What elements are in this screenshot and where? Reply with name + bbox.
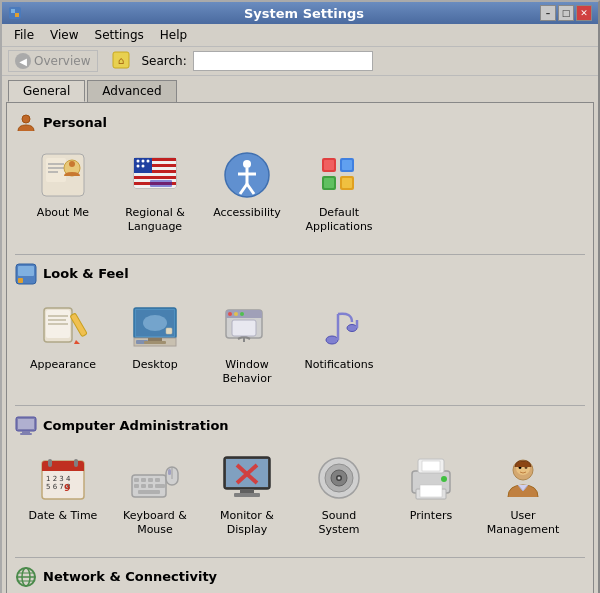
svg-rect-58 [148,338,162,341]
svg-rect-75 [18,419,34,429]
svg-rect-26 [150,180,172,187]
about-me-icon [36,148,90,202]
item-about-me[interactable]: About Me [19,141,107,242]
accessibility-icon [220,148,274,202]
window-behavior-label: WindowBehavior [223,358,272,387]
svg-rect-18 [134,176,176,179]
item-notifications[interactable]: Notifications [295,293,383,394]
svg-rect-87 [134,478,139,482]
search-input[interactable] [193,51,373,71]
svg-rect-38 [324,178,334,188]
minimize-button[interactable]: – [540,5,556,21]
regional-label: Regional &Language [125,206,185,235]
sound-system-label: Sound System [300,509,378,538]
close-button[interactable]: ✕ [576,5,592,21]
svg-point-54 [143,315,167,331]
item-default-apps[interactable]: DefaultApplications [295,141,383,242]
tab-advanced[interactable]: Advanced [87,80,176,102]
svg-point-25 [142,165,145,168]
svg-rect-80 [42,467,84,471]
svg-rect-88 [141,478,146,482]
item-monitor-display[interactable]: Monitor &Display [203,444,291,545]
item-printers[interactable]: Printers [387,444,475,545]
svg-point-72 [347,324,357,331]
svg-marker-47 [74,340,80,344]
section-computer: Computer Administration 1 2 3 4 [15,414,585,545]
date-time-label: Date & Time [29,509,98,523]
home-icon: ⌂ [112,51,130,69]
svg-rect-103 [240,489,254,493]
svg-rect-82 [74,459,78,467]
sound-system-icon [312,451,366,505]
svg-rect-90 [155,478,160,482]
appearance-icon [36,300,90,354]
svg-rect-77 [20,433,32,435]
personal-icon [15,111,37,133]
item-window-behavior[interactable]: WindowBehavior [203,293,291,394]
svg-point-109 [338,477,341,480]
svg-point-63 [228,312,232,316]
menubar: File View Settings Help [2,24,598,47]
network-section-icon [15,566,37,588]
search-label: Search: [142,54,187,68]
svg-rect-94 [155,484,165,488]
toolbar: ◀ Overview ⌂ Search: [2,47,598,76]
svg-rect-95 [138,490,160,494]
item-accessibility[interactable]: Accessibility [203,141,291,242]
desktop-icon [128,300,182,354]
svg-rect-92 [141,484,146,488]
section-personal-header: Personal [15,111,585,133]
main-window: System Settings – □ ✕ File View Settings… [0,0,600,593]
svg-text:⌂: ⌂ [117,55,123,66]
monitor-display-label: Monitor &Display [220,509,274,538]
menu-file[interactable]: File [6,26,42,44]
keyboard-mouse-label: Keyboard &Mouse [123,509,187,538]
svg-rect-43 [18,278,23,283]
section-personal: Personal [15,111,585,242]
item-date-time[interactable]: 1 2 3 4 5 6 7 8 9 Date & Time [19,444,107,545]
printers-label: Printers [410,509,452,523]
regional-icon [128,148,182,202]
overview-button[interactable]: ◀ Overview [8,50,98,72]
section-personal-title: Personal [43,115,107,130]
svg-rect-93 [148,484,153,488]
maximize-button[interactable]: □ [558,5,574,21]
section-computer-title: Computer Administration [43,418,229,433]
svg-text:9: 9 [64,483,70,493]
printers-icon [404,451,458,505]
tabs-container: General Advanced [2,76,598,102]
section-network-title: Network & Connectivity [43,569,217,584]
personal-items: About Me [15,141,585,242]
app-icon [8,6,22,20]
svg-rect-2 [15,13,19,17]
svg-rect-89 [148,478,153,482]
svg-rect-76 [22,431,30,433]
user-management-icon [496,451,550,505]
item-user-management[interactable]: UserManagement [479,444,567,545]
svg-rect-81 [48,459,52,467]
menu-view[interactable]: View [42,26,86,44]
item-sound-system[interactable]: Sound System [295,444,383,545]
svg-point-65 [240,312,244,316]
menu-help[interactable]: Help [152,26,195,44]
network-icon [15,566,37,588]
computer-items: 1 2 3 4 5 6 7 8 9 Date & Time [15,444,585,545]
menu-settings[interactable]: Settings [87,26,152,44]
default-apps-label: DefaultApplications [305,206,372,235]
section-look-feel: Look & Feel [15,263,585,394]
titlebar: System Settings – □ ✕ [2,2,598,24]
section-look-feel-header: Look & Feel [15,263,585,285]
monitor-display-icon [220,451,274,505]
item-appearance[interactable]: Appearance [19,293,107,394]
tab-general[interactable]: General [8,80,85,102]
svg-point-5 [22,115,30,123]
item-regional[interactable]: Regional &Language [111,141,199,242]
svg-point-114 [441,476,447,482]
computer-section-icon [15,414,37,436]
svg-text:1  2  3  4: 1 2 3 4 [46,475,71,483]
item-keyboard-mouse[interactable]: Keyboard &Mouse [111,444,199,545]
item-desktop[interactable]: Desktop [111,293,199,394]
notifications-label: Notifications [305,358,374,372]
section-network: Network & Connectivity [15,566,585,593]
svg-point-21 [137,160,140,163]
